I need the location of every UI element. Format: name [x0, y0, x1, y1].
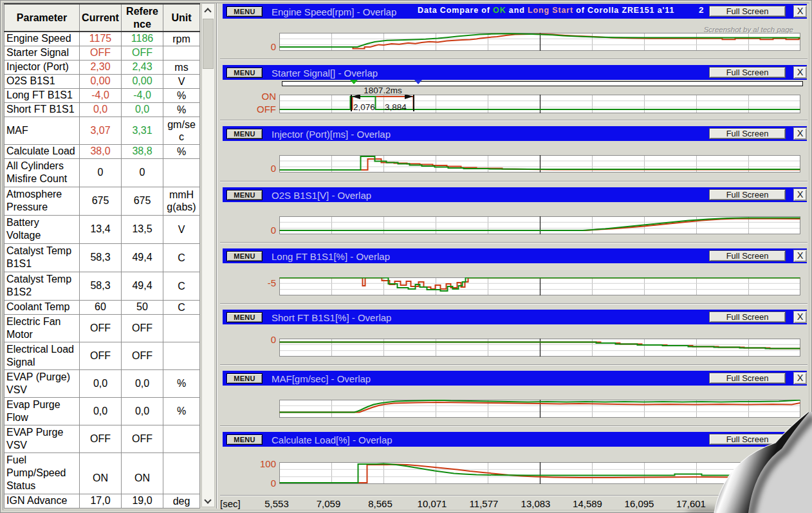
svg-text:2,076: 2,076 [353, 102, 375, 112]
svg-text:3,884: 3,884 [385, 102, 407, 112]
